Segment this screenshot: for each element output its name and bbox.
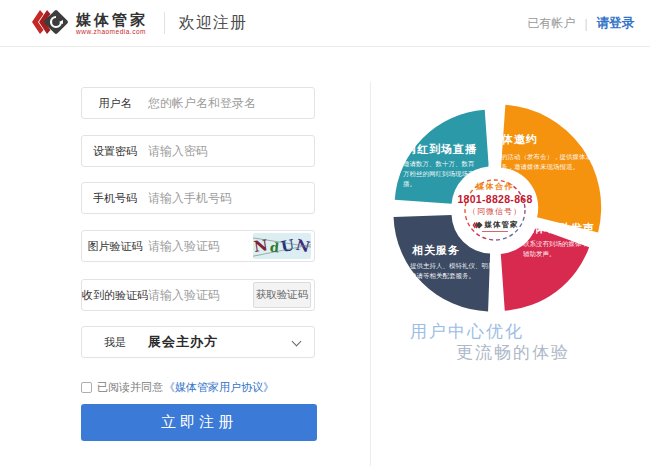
segment-title-related-services: 相关服务 xyxy=(412,243,460,258)
sms-code-input[interactable] xyxy=(148,288,253,302)
segment-desc-media-invite: 为您的活动（发布会），提供媒体邀约服务，邀请媒体来现场报道。 xyxy=(488,152,594,172)
tagline-line1: 用户中心优化 xyxy=(410,320,524,343)
segment-title-media-invite: 媒体邀约 xyxy=(490,132,538,147)
agreement-text: 已阅读并同意 xyxy=(97,380,163,395)
brand-url: www.zhaomedia.com xyxy=(76,28,148,35)
username-row: 用户名 xyxy=(81,87,315,119)
center-brand-name: 媒体管家 xyxy=(485,220,519,230)
segment-desc-media-voice: 联系没有到场的媒体，辅助发声。 xyxy=(523,239,591,259)
center-wechat-note: （同微信号） xyxy=(453,206,537,217)
image-captcha-row: 图片验证码 N d U N xyxy=(81,230,315,262)
phone-label: 手机号码 xyxy=(82,191,148,206)
center-brand: 媒体管家 xyxy=(453,220,537,230)
account-hint-label: 已有帐户 xyxy=(527,15,575,32)
center-contact-label: 媒体合作 xyxy=(453,181,537,192)
agreement-row: 已阅读并同意 《媒体管家用户协议》 xyxy=(81,380,274,395)
registration-page: 媒体管家 www.zhaomedia.com 欢迎注册 已有帐户 | 请登录 用… xyxy=(0,0,650,466)
password-row: 设置密码 xyxy=(81,135,315,167)
tagline-line2: 更流畅的体验 xyxy=(456,341,570,364)
register-button[interactable]: 立即注册 xyxy=(81,404,317,441)
brand-name: 媒体管家 xyxy=(76,12,148,28)
agreement-link[interactable]: 《媒体管家用户协议》 xyxy=(164,380,274,395)
center-brand-icon xyxy=(472,221,483,230)
role-label: 我是 xyxy=(82,335,148,350)
role-select[interactable]: 我是 展会主办方 xyxy=(81,326,315,358)
vertical-divider xyxy=(370,82,371,466)
agreement-checkbox[interactable] xyxy=(81,382,92,393)
username-label: 用户名 xyxy=(82,96,148,111)
segment-title-live-stream: 网红到场直播 xyxy=(405,142,477,157)
header-separator: | xyxy=(584,17,587,31)
center-brand-underline xyxy=(482,231,508,232)
phone-row: 手机号码 xyxy=(81,182,315,214)
center-phone-number: 1801-8828-868 xyxy=(453,193,537,205)
header: 媒体管家 www.zhaomedia.com 欢迎注册 已有帐户 | 请登录 xyxy=(0,0,650,47)
brand-logo-icon xyxy=(30,7,70,39)
center-contact: 媒体合作 1801-8828-868 （同微信号） 媒体管家 xyxy=(453,181,537,232)
chevron-down-icon xyxy=(292,337,302,347)
password-label: 设置密码 xyxy=(82,144,148,159)
image-captcha-input[interactable] xyxy=(148,239,253,253)
page-title: 欢迎注册 xyxy=(179,13,247,34)
get-code-button[interactable]: 获取验证码 xyxy=(253,282,311,308)
captcha-image[interactable]: N d U N xyxy=(253,233,311,259)
role-selected-value: 展会主办方 xyxy=(148,333,218,351)
login-link[interactable]: 请登录 xyxy=(597,15,635,32)
password-input[interactable] xyxy=(148,144,314,158)
sms-code-row: 收到的验证码 获取验证码 xyxy=(81,279,315,311)
image-captcha-label: 图片验证码 xyxy=(82,239,148,254)
segment-desc-related-services: 提供主持人、模特礼仪、明星邀请等相关配套服务。 xyxy=(410,261,496,281)
sms-code-label: 收到的验证码 xyxy=(82,288,148,303)
username-input[interactable] xyxy=(148,96,314,110)
brand-text: 媒体管家 www.zhaomedia.com xyxy=(76,12,148,35)
header-divider xyxy=(164,12,165,34)
header-actions: 已有帐户 | 请登录 xyxy=(527,0,634,47)
phone-input[interactable] xyxy=(148,191,314,205)
brand-logo[interactable]: 媒体管家 www.zhaomedia.com xyxy=(30,7,148,39)
